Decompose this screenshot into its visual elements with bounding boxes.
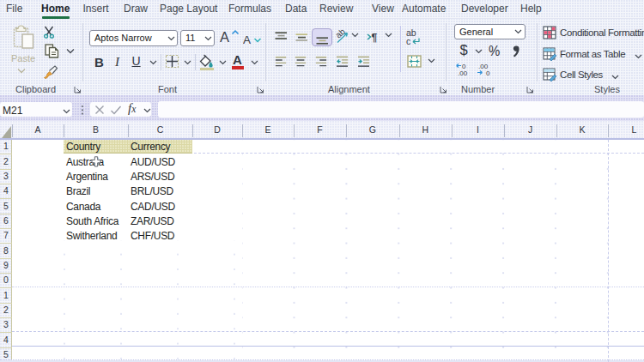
svg-text:0: 0 <box>486 69 490 76</box>
svg-text:c: c <box>406 36 410 45</box>
svg-text:¶: ¶ <box>372 32 378 44</box>
svg-text:.00: .00 <box>458 69 468 76</box>
svg-text:A: A <box>243 33 251 46</box>
svg-text:A: A <box>220 29 229 45</box>
